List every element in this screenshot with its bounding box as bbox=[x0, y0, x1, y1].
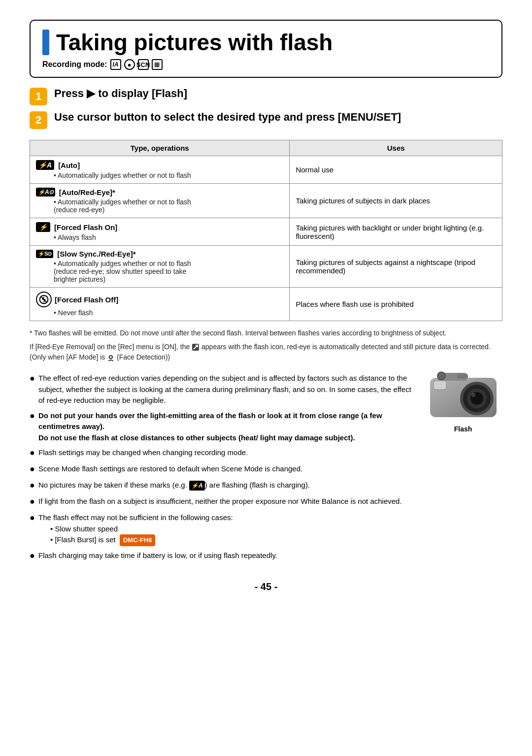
flash-modes-table: Type, operations Uses ⚡A [Auto] • Automa… bbox=[30, 140, 502, 321]
bullet-battery-text: Flash charging may take time if battery … bbox=[38, 550, 502, 561]
table-row: ⚡A⊙ [Auto/Red-Eye]* • Automatically judg… bbox=[30, 184, 502, 218]
svg-marker-2 bbox=[42, 296, 46, 303]
table-row: ⚡ [Forced Flash On] • Always flash Takin… bbox=[30, 218, 502, 246]
footnote-2: If [Red-Eye Removal] on the [Rec] menu i… bbox=[30, 342, 502, 363]
bullet-hands-text: Do not put your hands over the light-emi… bbox=[38, 410, 415, 444]
footnote-1: * Two flashes will be emitted. Do not mo… bbox=[30, 328, 502, 339]
camera-svg bbox=[428, 368, 499, 422]
mode-grid-icon: ⊞ bbox=[152, 59, 163, 70]
svg-point-16 bbox=[471, 393, 475, 397]
bullet-light-insufficient: ● If light from the flash on a subject i… bbox=[30, 496, 502, 508]
step-1-text: Press ▶ to display [Flash] bbox=[54, 87, 187, 101]
table-row: [Forced Flash Off] • Never flash Places … bbox=[30, 288, 502, 321]
bullet-battery: ● Flash charging may take time if batter… bbox=[30, 550, 502, 562]
bullet-dot: ● bbox=[30, 462, 38, 476]
slow-sync-desc: • Automatically judges whether or not to… bbox=[54, 260, 283, 283]
auto-desc: • Automatically judges whether or not to… bbox=[54, 171, 283, 179]
title-box: Taking pictures with flash Recording mod… bbox=[30, 20, 502, 78]
bullet-settings-text: Flash settings may be changed when chang… bbox=[38, 447, 502, 459]
svg-point-7 bbox=[112, 356, 113, 357]
forced-on-desc: • Always flash bbox=[54, 233, 283, 241]
svg-rect-11 bbox=[433, 381, 446, 390]
mode-circle-icon: ● bbox=[124, 59, 135, 70]
uses-forced-on: Taking pictures with backlight or under … bbox=[290, 218, 502, 246]
step-2-number: 2 bbox=[30, 111, 47, 129]
uses-auto-redeye: Taking pictures of subjects in dark plac… bbox=[290, 184, 502, 218]
col-uses-header: Uses bbox=[290, 140, 502, 156]
flash-modes-table-wrapper: Type, operations Uses ⚡A [Auto] • Automa… bbox=[30, 140, 502, 321]
dmc-badge: DMC-FH6 bbox=[120, 534, 156, 546]
bullet-charging: ● No pictures may be taken if these mark… bbox=[30, 480, 502, 492]
notes-section: Flash ● The effect of red-eye reduction … bbox=[30, 373, 502, 566]
table-row: ⚡A [Auto] • Automatically judges whether… bbox=[30, 156, 502, 184]
bullet-dot: ● bbox=[30, 409, 38, 423]
bullet-light-text: If light from the flash on a subject is … bbox=[38, 496, 502, 507]
bullet-dot: ● bbox=[30, 495, 38, 508]
bullet-redeye-text: The effect of red-eye reduction varies d… bbox=[38, 373, 415, 406]
bullet-settings-change: ● Flash settings may be changed when cha… bbox=[30, 447, 502, 460]
bullet-effect-cases: ● The flash effect may not be sufficient… bbox=[30, 512, 502, 546]
svg-point-6 bbox=[109, 356, 110, 357]
flash-4a-icon: ⚡A bbox=[36, 160, 54, 170]
bullet-scene-text: Scene Mode flash settings are restored t… bbox=[38, 463, 502, 475]
type-forced-on: ⚡ [Forced Flash On] • Always flash bbox=[30, 218, 290, 246]
forced-off-desc: • Never flash bbox=[54, 309, 283, 317]
sub-bullet-burst: • [Flash Burst] is set DMC-FH6 bbox=[50, 534, 502, 546]
bullet-dot: ● bbox=[30, 549, 38, 562]
flash-4a-redeye-icon: ⚡A⊙ bbox=[36, 188, 55, 197]
type-auto-redeye: ⚡A⊙ [Auto/Red-Eye]* • Automatically judg… bbox=[30, 184, 290, 218]
step-1: 1 Press ▶ to display [Flash] bbox=[30, 87, 502, 105]
page-title: Taking pictures with flash bbox=[56, 30, 332, 55]
slow-sync-label: [Slow Sync./Red-Eye]* bbox=[57, 250, 135, 258]
recording-mode-label: Recording mode: bbox=[42, 60, 107, 69]
auto-label: [Auto] bbox=[58, 161, 80, 169]
bullet-scene-mode: ● Scene Mode flash settings are restored… bbox=[30, 463, 502, 476]
bullet-charging-text: No pictures may be taken if these marks … bbox=[38, 480, 502, 491]
bullet-dot: ● bbox=[30, 446, 38, 460]
svg-rect-18 bbox=[457, 374, 468, 379]
uses-slow-sync: Taking pictures of subjects against a ni… bbox=[290, 246, 502, 288]
type-forced-off: [Forced Flash Off] • Never flash bbox=[30, 288, 290, 321]
flash-slow-sync-icon: ⚡S⊙ bbox=[36, 250, 53, 258]
sub-bullet-slow: • Slow shutter speed bbox=[50, 524, 502, 535]
bullet-redeye-note: ● The effect of red-eye reduction varies… bbox=[30, 373, 415, 406]
mode-scn-icon: SCN bbox=[138, 59, 149, 70]
forced-on-label: [Forced Flash On] bbox=[54, 223, 117, 231]
step-2-text: Use cursor button to select the desired … bbox=[54, 110, 401, 125]
table-row: ⚡S⊙ [Slow Sync./Red-Eye]* • Automaticall… bbox=[30, 246, 502, 288]
bullet-effect-text: The flash effect may not be sufficient i… bbox=[38, 512, 502, 546]
uses-forced-off: Places where flash use is prohibited bbox=[290, 288, 502, 321]
auto-redeye-desc: • Automatically judges whether or not to… bbox=[54, 198, 283, 214]
bullet-dot: ● bbox=[30, 511, 38, 525]
step-2: 2 Use cursor button to select the desire… bbox=[30, 110, 502, 129]
forced-off-label: [Forced Flash Off] bbox=[55, 296, 118, 304]
type-auto: ⚡A [Auto] • Automatically judges whether… bbox=[30, 156, 290, 184]
auto-redeye-label: [Auto/Red-Eye]* bbox=[59, 188, 115, 197]
bullet-dot: ● bbox=[30, 479, 38, 492]
camera-image-area: Flash bbox=[424, 368, 502, 433]
no-flash-icon bbox=[36, 292, 52, 307]
mode-ia-icon: IA bbox=[110, 59, 121, 70]
blue-accent-bar bbox=[42, 30, 49, 55]
svg-point-5 bbox=[109, 356, 112, 359]
camera-label: Flash bbox=[454, 425, 472, 433]
step-1-number: 1 bbox=[30, 88, 47, 105]
type-slow-sync: ⚡S⊙ [Slow Sync./Red-Eye]* • Automaticall… bbox=[30, 246, 290, 288]
bullet-hands-note: ● Do not put your hands over the light-e… bbox=[30, 410, 415, 444]
uses-auto: Normal use bbox=[290, 156, 502, 184]
col-type-header: Type, operations bbox=[30, 140, 290, 156]
bullet-dot: ● bbox=[30, 372, 38, 385]
svg-point-17 bbox=[437, 372, 445, 380]
page-number: - 45 - bbox=[30, 581, 502, 592]
recording-mode-bar: Recording mode: IA ● SCN ⊞ bbox=[42, 59, 490, 70]
flash-forced-on-icon: ⚡ bbox=[36, 222, 50, 232]
